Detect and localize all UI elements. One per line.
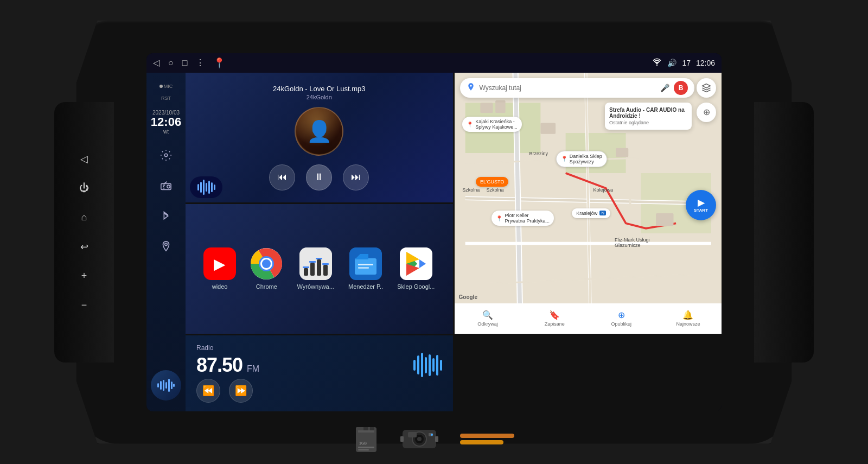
accessories: 1GB bbox=[354, 424, 514, 454]
svg-rect-66 bbox=[460, 434, 514, 438]
eq-icon bbox=[299, 247, 332, 280]
map-panel[interactable]: Wyszukaj tutaj 🎤 B Strefa Audio - CAR AU… bbox=[455, 73, 722, 334]
place-krasiejow[interactable]: Krasiejów N bbox=[572, 208, 610, 218]
place-piotr-keller[interactable]: 📍 Piotr KellerPrywatna Praktyka... bbox=[492, 211, 554, 226]
place-danielka[interactable]: 📍 Danielka SklepSpożywczy bbox=[556, 151, 607, 167]
maps-search-icon bbox=[467, 82, 475, 93]
svg-rect-67 bbox=[460, 440, 503, 444]
svg-text:1GB: 1GB bbox=[359, 441, 367, 445]
files-icon bbox=[349, 247, 382, 280]
map-tab-odkrywaj[interactable]: 🔍 Odkrywaj bbox=[455, 310, 521, 327]
music-artist: 24kGoldn bbox=[307, 94, 332, 100]
physical-back2-btn[interactable]: ↩ bbox=[74, 237, 94, 257]
physical-vol-up-btn[interactable]: + bbox=[74, 266, 94, 286]
app-playstore[interactable]: Sklep Googl... bbox=[397, 247, 435, 290]
svg-rect-56 bbox=[358, 449, 369, 450]
map-tab-opublikuj[interactable]: ⊕ Opublikuj bbox=[588, 310, 655, 327]
cables-accessory bbox=[460, 431, 514, 447]
app-equalizer[interactable]: Wyrównywa... bbox=[297, 247, 334, 290]
app-files[interactable]: Menedżer P.. bbox=[348, 247, 383, 290]
clock: 12:06 bbox=[696, 59, 715, 67]
svg-rect-64 bbox=[400, 436, 404, 442]
svg-rect-5 bbox=[157, 383, 159, 387]
app-chrome[interactable]: Chrome bbox=[250, 247, 283, 290]
day-display: wt bbox=[151, 129, 181, 135]
svg-rect-55 bbox=[358, 447, 374, 448]
playstore-icon bbox=[400, 247, 432, 280]
svg-rect-37 bbox=[310, 263, 315, 276]
discover-icon: 🔍 bbox=[482, 310, 493, 320]
radio-waveform bbox=[413, 352, 442, 379]
waveform-btn[interactable] bbox=[151, 370, 181, 401]
main-screen: ◁ ○ □ ⋮ 📍 🔊 17 12:06 bbox=[146, 53, 722, 411]
sidebar-location-btn[interactable] bbox=[154, 234, 178, 258]
physical-home-btn[interactable]: ⌂ bbox=[74, 208, 94, 227]
left-physical-controls: ◁ ⏻ ⌂ ↩ + − bbox=[54, 102, 114, 363]
music-title: 24kGoldn - Love Or Lust.mp3 bbox=[273, 85, 366, 93]
app-wideo[interactable]: ▶ wideo bbox=[203, 247, 236, 290]
sidebar-radio-btn[interactable] bbox=[154, 174, 178, 198]
svg-rect-28 bbox=[540, 123, 556, 134]
next-track-btn[interactable]: ⏭ bbox=[343, 164, 369, 190]
status-right: 🔊 17 12:06 bbox=[652, 58, 715, 67]
start-label: START bbox=[694, 208, 708, 213]
svg-rect-8 bbox=[165, 382, 167, 389]
svg-rect-7 bbox=[163, 380, 164, 391]
svg-rect-39 bbox=[323, 265, 328, 276]
physical-vol-down-btn[interactable]: − bbox=[74, 296, 94, 315]
map-search-text[interactable]: Wyszukaj tutaj bbox=[480, 84, 656, 92]
map-layers-btn[interactable] bbox=[697, 78, 716, 98]
radio-next-btn[interactable]: ⏩ bbox=[229, 379, 253, 403]
sidebar-bluetooth-btn[interactable] bbox=[154, 204, 178, 228]
svg-rect-2 bbox=[161, 183, 171, 189]
audio-waveform bbox=[190, 176, 222, 198]
map-bottom-bar: 🔍 Odkrywaj 🔖 Zapisane ⊕ Opublikuj 🔔 Najn… bbox=[455, 303, 722, 334]
road-kolejowa: Kolejowa bbox=[593, 187, 614, 193]
road-szkolna2: Szkolna bbox=[487, 187, 504, 193]
place-elgusto[interactable]: EL'GUSTO bbox=[476, 177, 509, 187]
svg-rect-27 bbox=[495, 100, 506, 112]
svg-rect-65 bbox=[435, 436, 438, 442]
recent-nav-btn[interactable]: □ bbox=[182, 58, 188, 68]
mic-label: MIC bbox=[164, 84, 173, 89]
map-start-btn[interactable]: ▶ START bbox=[686, 190, 716, 220]
wideo-icon: ▶ bbox=[203, 247, 236, 280]
map-tab-najnowsze[interactable]: 🔔 Najnowsze bbox=[655, 310, 722, 327]
physical-power-btn[interactable]: ⏻ bbox=[74, 179, 94, 198]
radio-prev-btn[interactable]: ⏪ bbox=[196, 379, 220, 403]
svg-rect-29 bbox=[616, 148, 628, 157]
map-tab-zapisane[interactable]: 🔖 Zapisane bbox=[521, 310, 588, 327]
play-pause-btn[interactable]: ⏸ bbox=[306, 164, 332, 190]
svg-rect-45 bbox=[355, 258, 376, 275]
map-avatar: B bbox=[674, 81, 688, 95]
sidebar-settings-btn[interactable] bbox=[154, 143, 178, 167]
place-kajaki[interactable]: 📍 Kajaki Krasieńka -Spływy Kajakowe... bbox=[462, 117, 522, 132]
more-nav-btn[interactable]: ⋮ bbox=[196, 58, 205, 68]
app-chrome-label: Chrome bbox=[256, 283, 277, 290]
map-compass-btn[interactable]: ⊕ bbox=[697, 103, 716, 122]
home-nav-btn[interactable]: ○ bbox=[168, 58, 174, 68]
info-card-subtitle: Ostatnie oglądane bbox=[609, 120, 687, 125]
svg-rect-38 bbox=[317, 259, 321, 276]
radio-label: Radio bbox=[196, 344, 442, 352]
nav-icons: ◁ ○ □ ⋮ 📍 bbox=[153, 57, 652, 69]
radio-controls: ⏪ ⏩ bbox=[196, 379, 442, 403]
apps-panel: ▶ wideo bbox=[186, 204, 453, 334]
maps-nav-btn[interactable]: 📍 bbox=[213, 57, 225, 69]
back-nav-btn[interactable]: ◁ bbox=[153, 58, 159, 68]
date-display: 2023/10/03 bbox=[151, 110, 181, 116]
svg-point-0 bbox=[656, 65, 658, 66]
wifi-icon bbox=[652, 58, 662, 67]
sd-card-accessory: 1GB bbox=[354, 424, 379, 454]
map-search-bar[interactable]: Wyszukaj tutaj 🎤 B bbox=[460, 78, 695, 98]
svg-rect-53 bbox=[358, 430, 374, 433]
physical-back-btn[interactable]: ◁ bbox=[74, 149, 94, 169]
svg-rect-41 bbox=[309, 261, 316, 263]
prev-track-btn[interactable]: ⏮ bbox=[269, 164, 295, 190]
chrome-icon bbox=[250, 247, 283, 280]
place-flizmark: Fliz-Mark UsługiGlazurnicze bbox=[615, 237, 650, 248]
place-pin-keller: 📍 bbox=[496, 215, 502, 221]
place-info-card[interactable]: Strefa Audio - CAR AUDIO na Androidzie !… bbox=[605, 103, 692, 130]
map-mic-btn[interactable]: 🎤 bbox=[660, 84, 669, 92]
info-card-title: Strefa Audio - CAR AUDIO na Androidzie ! bbox=[609, 107, 687, 119]
